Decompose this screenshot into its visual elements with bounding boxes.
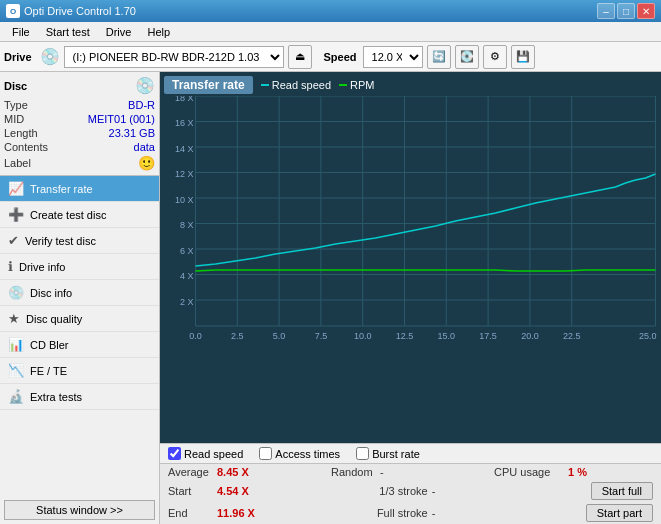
- nav-verify-test-disc[interactable]: ✔ Verify test disc: [0, 228, 159, 254]
- svg-text:18 X: 18 X: [175, 96, 194, 103]
- chart-container: Transfer rate Read speed RPM: [160, 72, 661, 443]
- mid-label: MID: [4, 113, 24, 125]
- create-disc-icon: ➕: [8, 207, 24, 222]
- svg-text:7.5: 7.5: [315, 331, 328, 341]
- refresh-button[interactable]: 🔄: [427, 45, 451, 69]
- full-stroke-stat: Full stroke -: [377, 507, 582, 519]
- full-stroke-label: Full stroke: [377, 507, 428, 519]
- main-layout: Disc 💿 Type BD-R MID MEIT01 (001) Length…: [0, 72, 661, 524]
- sidebar: Disc 💿 Type BD-R MID MEIT01 (001) Length…: [0, 72, 160, 524]
- read-speed-checkbox-item[interactable]: Read speed: [168, 447, 243, 460]
- nav-items: 📈 Transfer rate ➕ Create test disc ✔ Ver…: [0, 176, 159, 496]
- stats-row-2: Start 4.54 X 1/3 stroke - Start full: [160, 480, 661, 502]
- content-area: Transfer rate Read speed RPM: [160, 72, 661, 524]
- svg-text:17.5: 17.5: [479, 331, 497, 341]
- menu-file[interactable]: File: [4, 24, 38, 40]
- menu-start-test[interactable]: Start test: [38, 24, 98, 40]
- menu-help[interactable]: Help: [139, 24, 178, 40]
- minimize-button[interactable]: –: [597, 3, 615, 19]
- svg-text:15.0: 15.0: [438, 331, 456, 341]
- app-icon: O: [6, 4, 20, 18]
- svg-text:10 X: 10 X: [175, 195, 194, 205]
- nav-drive-info[interactable]: ℹ Drive info: [0, 254, 159, 280]
- end-label: End: [168, 507, 213, 519]
- random-label: Random: [331, 466, 376, 478]
- random-value: -: [380, 466, 384, 478]
- svg-text:4 X: 4 X: [180, 271, 194, 281]
- nav-cd-bler[interactable]: 📊 CD Bler: [0, 332, 159, 358]
- settings-button[interactable]: ⚙: [483, 45, 507, 69]
- contents-value: data: [134, 141, 155, 153]
- rpm-dot: [339, 84, 347, 86]
- disc-info-icon: 💿: [8, 285, 24, 300]
- mid-value: MEIT01 (001): [88, 113, 155, 125]
- svg-text:12 X: 12 X: [175, 169, 194, 179]
- start-label: Start: [168, 485, 213, 497]
- menu-bar: File Start test Drive Help: [0, 22, 661, 42]
- status-window-button[interactable]: Status window >>: [4, 500, 155, 520]
- full-stroke-value: -: [432, 507, 436, 519]
- svg-rect-0: [196, 96, 656, 326]
- maximize-button[interactable]: □: [617, 3, 635, 19]
- label-label: Label: [4, 157, 31, 169]
- speed-label: Speed: [324, 51, 357, 63]
- end-value: 11.96 X: [217, 507, 257, 519]
- stats-row-3: End 11.96 X Full stroke - Start part: [160, 502, 661, 524]
- access-times-checkbox[interactable]: [259, 447, 272, 460]
- drive-icon: 💿: [40, 47, 60, 66]
- type-value: BD-R: [128, 99, 155, 111]
- stroke-1-3-stat: 1/3 stroke -: [379, 485, 586, 497]
- length-label: Length: [4, 127, 38, 139]
- verify-disc-icon: ✔: [8, 233, 19, 248]
- svg-text:10.0: 10.0: [354, 331, 372, 341]
- start-full-button[interactable]: Start full: [591, 482, 653, 500]
- average-label: Average: [168, 466, 213, 478]
- chart-svg: 18 X 16 X 14 X 12 X 10 X 8 X 6 X 4 X 2 X…: [164, 96, 657, 351]
- start-value: 4.54 X: [217, 485, 257, 497]
- checkboxes-row: Read speed Access times Burst rate: [160, 444, 661, 464]
- save-button[interactable]: 💾: [511, 45, 535, 69]
- app-title: Opti Drive Control 1.70: [24, 5, 136, 17]
- read-speed-checkbox[interactable]: [168, 447, 181, 460]
- read-speed-dot: [261, 84, 269, 86]
- disc-panel: Disc 💿 Type BD-R MID MEIT01 (001) Length…: [0, 72, 159, 176]
- svg-text:16 X: 16 X: [175, 118, 194, 128]
- access-times-checkbox-item[interactable]: Access times: [259, 447, 340, 460]
- burst-rate-checkbox[interactable]: [356, 447, 369, 460]
- read-speed-checkbox-label: Read speed: [184, 448, 243, 460]
- svg-text:20.0: 20.0: [521, 331, 539, 341]
- average-stat: Average 8.45 X: [168, 466, 327, 478]
- disc-section-title: Disc: [4, 80, 27, 92]
- menu-drive[interactable]: Drive: [98, 24, 140, 40]
- disc-icon: 💿: [135, 76, 155, 95]
- disc-button[interactable]: 💽: [455, 45, 479, 69]
- burst-rate-checkbox-item[interactable]: Burst rate: [356, 447, 420, 460]
- burst-rate-checkbox-label: Burst rate: [372, 448, 420, 460]
- chart-title: Transfer rate: [164, 76, 253, 94]
- speed-selector[interactable]: 12.0 X: [363, 46, 423, 68]
- nav-disc-info[interactable]: 💿 Disc info: [0, 280, 159, 306]
- svg-text:12.5: 12.5: [396, 331, 414, 341]
- type-label: Type: [4, 99, 28, 111]
- contents-label: Contents: [4, 141, 48, 153]
- nav-transfer-rate[interactable]: 📈 Transfer rate: [0, 176, 159, 202]
- start-part-button[interactable]: Start part: [586, 504, 653, 522]
- eject-button[interactable]: ⏏: [288, 45, 312, 69]
- svg-text:2 X: 2 X: [180, 297, 194, 307]
- svg-text:5.0: 5.0: [273, 331, 286, 341]
- length-value: 23.31 GB: [109, 127, 155, 139]
- svg-text:22.5: 22.5: [563, 331, 581, 341]
- cd-bler-icon: 📊: [8, 337, 24, 352]
- nav-create-test-disc[interactable]: ➕ Create test disc: [0, 202, 159, 228]
- transfer-rate-icon: 📈: [8, 181, 24, 196]
- stats-row-1: Average 8.45 X Random - CPU usage 1 %: [160, 464, 661, 480]
- nav-extra-tests[interactable]: 🔬 Extra tests: [0, 384, 159, 410]
- nav-disc-quality[interactable]: ★ Disc quality: [0, 306, 159, 332]
- nav-fe-te[interactable]: 📉 FE / TE: [0, 358, 159, 384]
- smiley-icon: 🙂: [138, 155, 155, 171]
- drive-selector[interactable]: (I:) PIONEER BD-RW BDR-212D 1.03: [64, 46, 284, 68]
- svg-text:2.5: 2.5: [231, 331, 244, 341]
- title-bar: O Opti Drive Control 1.70 – □ ✕: [0, 0, 661, 22]
- close-button[interactable]: ✕: [637, 3, 655, 19]
- svg-text:8 X: 8 X: [180, 220, 194, 230]
